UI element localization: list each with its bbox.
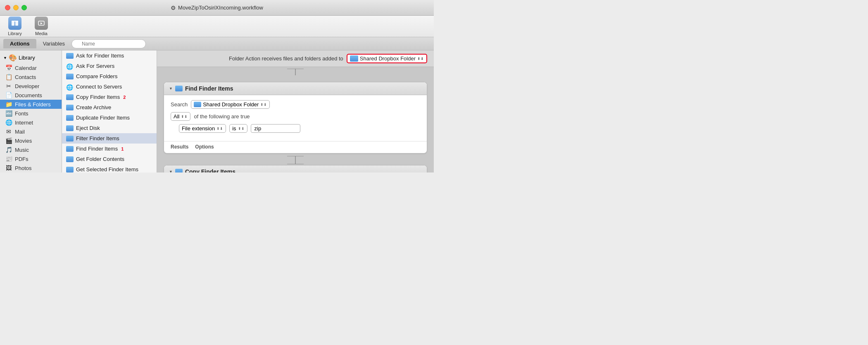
sidebar-tree-toggle[interactable]: ▼ [3, 56, 7, 60]
action-label-eject-disk: Eject Disk [76, 125, 100, 131]
sidebar-icon-developer: ✂ [5, 83, 12, 89]
sidebar-label-music: Music [15, 147, 29, 153]
action-item-get-folder[interactable]: Get Folder Contents [62, 154, 157, 164]
card1-field-arrow: ⬆⬇ [216, 127, 223, 131]
library-button[interactable]: Library [5, 17, 25, 36]
sidebar-item-contacts[interactable]: 📋Contacts [0, 72, 62, 81]
search-input[interactable] [71, 39, 146, 48]
sidebar-icon-documents: 📄 [5, 92, 12, 98]
card1-condition-row: All ⬆⬇ of the following are true [171, 112, 420, 121]
sidebar-item-internet[interactable]: 🌐Internet [0, 118, 62, 127]
card2-toggle[interactable]: ▼ [169, 170, 173, 172]
action-label-create-archive: Create Archive [76, 104, 111, 110]
action-item-ask-finder[interactable]: Ask for Finder Items [62, 50, 157, 61]
sidebar-label-contacts: Contacts [15, 74, 36, 80]
media-label: Media [35, 31, 48, 36]
sidebar-item-photos[interactable]: 🖼Photos [0, 163, 62, 172]
action-item-find-finder[interactable]: Find Finder Items1 [62, 144, 157, 154]
action-item-duplicate-finder[interactable]: Duplicate Finder Items [62, 113, 157, 123]
action-item-eject-disk[interactable]: Eject Disk [62, 123, 157, 133]
sidebar-item-movies[interactable]: 🎬Movies [0, 136, 62, 145]
maximize-button[interactable] [21, 5, 27, 10]
card1-all-label: All [174, 113, 179, 120]
action-icon-compare-folders [66, 74, 74, 79]
card1-value-input[interactable] [251, 124, 300, 133]
library-label: Library [8, 31, 22, 36]
card2-icon [175, 169, 183, 172]
sidebar-item-fonts[interactable]: 🔤Fonts [0, 109, 62, 118]
sidebar-icon-photos: 🖼 [5, 165, 12, 171]
tab-actions[interactable]: Actions [3, 39, 36, 48]
sidebar-label-developer: Developer [15, 83, 39, 89]
tabs-bar: Actions Variables 🔍 [0, 37, 434, 50]
card1-toggle[interactable]: ▼ [169, 86, 173, 91]
card1-operator-label: is [232, 125, 236, 132]
action-icon-get-selected [66, 167, 74, 172]
sidebar-item-files-folders[interactable]: ▶📁Files & Folders [0, 100, 62, 109]
card1-header: ▼ Find Finder Items [164, 82, 427, 95]
sidebar-label-pdfs: PDFs [15, 156, 29, 162]
card1-search-folder: Shared Dropbox Folder [203, 101, 259, 108]
card1-options-link[interactable]: Options [195, 144, 214, 150]
sidebar-item-music[interactable]: 🎵Music [0, 145, 62, 154]
title-text: MoveZipToOsiriXIncoming.workflow [178, 5, 263, 11]
actions-list: Ask for Finder Items🌐Ask For ServersComp… [62, 50, 157, 172]
toolbar: Library Media [0, 16, 434, 37]
actions-items-container: Ask for Finder Items🌐Ask For ServersComp… [62, 50, 157, 172]
tab-variables[interactable]: Variables [36, 39, 71, 48]
action-item-compare-folders[interactable]: Compare Folders [62, 71, 157, 81]
action-label-copy-finder: Copy Finder Items [76, 94, 120, 100]
card1-results-link[interactable]: Results [171, 144, 188, 150]
card1-search-dropdown[interactable]: Shared Dropbox Folder ⬆⬇ [191, 100, 270, 109]
action-item-connect-servers[interactable]: 🌐Connect to Servers [62, 81, 157, 92]
action-icon-filter-finder [66, 136, 74, 141]
window-controls[interactable] [5, 5, 27, 10]
minimize-button[interactable] [13, 5, 19, 10]
sidebar-icon-files-folders: 📁 [5, 101, 12, 108]
sidebar-label-files-folders: Files & Folders [15, 101, 51, 108]
folder-dropdown[interactable]: Shared Dropbox Folder ⬆⬇ [347, 54, 427, 63]
sidebar-label-internet: Internet [15, 120, 33, 126]
library-icon [8, 17, 21, 30]
card2-title: Copy Finder Items [185, 168, 235, 172]
card1-all-arrow: ⬆⬇ [181, 115, 188, 119]
action-item-copy-finder[interactable]: Copy Finder Items2 [62, 92, 157, 102]
media-button[interactable]: Media [31, 17, 51, 36]
card-copy-finder-items: ▼ Copy Finder Items To: INCOMING.noindex… [164, 165, 427, 172]
sidebar-item-documents[interactable]: 📄Documents [0, 91, 62, 100]
workflow-panel: Folder Action receives files and folders… [157, 50, 434, 172]
card1-all-dropdown[interactable]: All ⬆⬇ [171, 112, 190, 121]
card1-field-dropdown[interactable]: File extension ⬆⬇ [179, 124, 226, 133]
card1-search-arrow: ⬆⬇ [260, 103, 267, 107]
card-find-finder-items: ▼ Find Finder Items Search Shared Dropbo… [164, 82, 427, 153]
sidebar-item-pdfs[interactable]: 📰PDFs [0, 154, 62, 163]
sidebar-icon-contacts: 📋 [5, 74, 12, 80]
action-item-filter-finder[interactable]: Filter Finder Items [62, 133, 157, 144]
action-icon-ask-finder [66, 53, 74, 59]
card1-body: Search Shared Dropbox Folder ⬆⬇ All ⬆⬇ o… [164, 95, 427, 141]
action-icon-find-finder [66, 146, 74, 152]
action-label-ask-servers: Ask For Servers [76, 63, 114, 69]
sidebar-item-mail[interactable]: ✉Mail [0, 127, 62, 136]
action-label-ask-finder: Ask for Finder Items [76, 53, 124, 59]
card1-operator-arrow: ⬆⬇ [238, 127, 245, 131]
card1-icon [175, 86, 183, 91]
sidebar-label-documents: Documents [15, 92, 42, 98]
action-item-ask-servers[interactable]: 🌐Ask For Servers [62, 61, 157, 71]
close-button[interactable] [5, 5, 10, 10]
card1-filter-row: File extension ⬆⬇ is ⬆⬇ [171, 124, 420, 133]
sidebar-icon-calendar: 📅 [5, 65, 12, 71]
sidebar-item-calendar[interactable]: 📅Calendar [0, 63, 62, 72]
sidebar-item-developer[interactable]: ✂Developer [0, 81, 62, 91]
folder-dropdown-arrow: ⬆⬇ [417, 57, 424, 61]
card1-operator-dropdown[interactable]: is ⬆⬇ [229, 124, 247, 133]
connector-svg-middle [279, 156, 312, 164]
action-icon-ask-servers: 🌐 [66, 63, 74, 69]
action-icon-eject-disk [66, 125, 74, 131]
title-bar: ⚙ MoveZipToOsiriXIncoming.workflow [0, 0, 434, 16]
action-item-create-archive[interactable]: Create Archive [62, 102, 157, 113]
action-label-connect-servers: Connect to Servers [76, 84, 122, 90]
action-item-get-selected[interactable]: Get Selected Finder Items [62, 164, 157, 172]
folder-action-label: Folder Action receives files and folders… [229, 55, 343, 62]
sidebar-label-movies: Movies [15, 138, 32, 144]
